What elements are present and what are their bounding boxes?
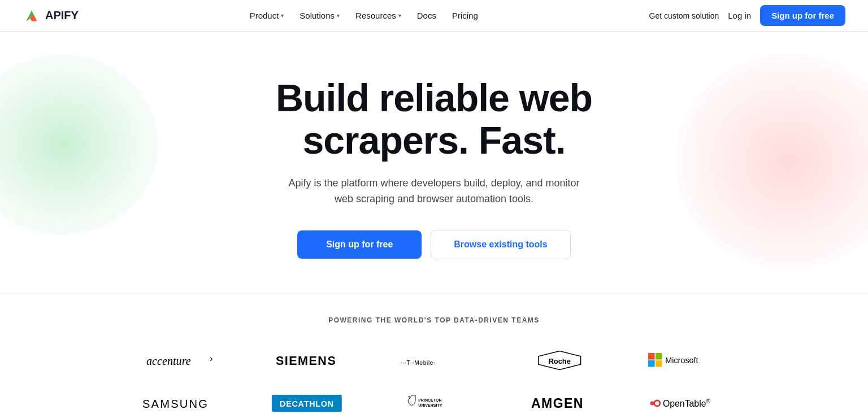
- nav-right: Get custom solution Log in Sign up for f…: [649, 5, 845, 26]
- hero-subtitle: Apify is the platform where developers b…: [287, 175, 581, 208]
- hero-title: Build reliable web scrapers. Fast.: [11, 77, 857, 162]
- nav-product[interactable]: Product ▾: [243, 6, 291, 25]
- svg-text:SIEMENS: SIEMENS: [276, 354, 336, 368]
- logo-tmobile: ···T··Mobile·: [374, 345, 494, 376]
- hero-section: Build reliable web scrapers. Fast. Apify…: [0, 32, 868, 293]
- svg-text:AMGEN: AMGEN: [531, 396, 584, 411]
- logo-opentable: OpenTable®: [625, 387, 745, 414]
- logo-samsung: SAMSUNG: [123, 387, 243, 414]
- svg-text:⚜: ⚜: [408, 395, 410, 398]
- nav-pricing[interactable]: Pricing: [445, 6, 485, 25]
- svg-text:Roche: Roche: [548, 357, 571, 365]
- logos-heading: POWERING THE WORLD'S TOP DATA-DRIVEN TEA…: [23, 316, 845, 324]
- svg-rect-7: [648, 353, 655, 360]
- svg-text:Microsoft: Microsoft: [665, 356, 698, 365]
- navbar: APIFY Product ▾ Solutions ▾ Resources ▾ …: [0, 0, 868, 32]
- logo-amgen: AMGEN: [500, 387, 619, 414]
- svg-text:accenture: accenture: [146, 355, 191, 367]
- svg-text:···T··Mobile·: ···T··Mobile·: [401, 360, 436, 366]
- svg-rect-8: [656, 353, 662, 360]
- svg-text:OpenTable®: OpenTable®: [663, 398, 711, 408]
- svg-point-21: [655, 402, 659, 406]
- hero-browse-button[interactable]: Browse existing tools: [431, 230, 570, 259]
- logo-text: APIFY: [45, 9, 79, 22]
- svg-text:UNIVERSITY: UNIVERSITY: [418, 403, 442, 407]
- logos-section: POWERING THE WORLD'S TOP DATA-DRIVEN TEA…: [0, 293, 868, 414]
- svg-text:DECATHLON: DECATHLON: [280, 399, 334, 408]
- logo-roche: Roche: [500, 345, 619, 376]
- svg-text:SAMSUNG: SAMSUNG: [142, 398, 209, 410]
- svg-rect-10: [656, 360, 662, 367]
- nav-resources[interactable]: Resources ▾: [349, 6, 408, 25]
- svg-text:›: ›: [210, 354, 212, 363]
- login-link[interactable]: Log in: [728, 11, 751, 20]
- logo-accenture: accenture ›: [123, 345, 243, 376]
- resources-chevron-icon: ▾: [398, 12, 401, 19]
- hero-signup-button[interactable]: Sign up for free: [297, 230, 422, 259]
- logo-microsoft: Microsoft: [625, 345, 745, 376]
- solutions-chevron-icon: ▾: [337, 12, 340, 19]
- apify-logo-icon: [23, 7, 41, 25]
- hero-buttons: Sign up for free Browse existing tools: [11, 230, 857, 259]
- logo-decathlon: DECATHLON: [249, 387, 368, 414]
- nav-solutions[interactable]: Solutions ▾: [293, 6, 346, 25]
- svg-rect-9: [648, 360, 655, 367]
- logo-princeton: ⚜ PRINCETON UNIVERSITY: [374, 387, 494, 414]
- nav-docs[interactable]: Docs: [410, 6, 443, 25]
- nav-signup-button[interactable]: Sign up for free: [760, 5, 845, 26]
- logos-grid: accenture › SIEMENS ···T··Mobile· Roche: [123, 345, 745, 414]
- custom-solution-link[interactable]: Get custom solution: [649, 11, 719, 20]
- product-chevron-icon: ▾: [281, 12, 284, 19]
- nav-links: Product ▾ Solutions ▾ Resources ▾ Docs P…: [243, 6, 485, 25]
- logo[interactable]: APIFY: [23, 7, 79, 25]
- hero-content: Build reliable web scrapers. Fast. Apify…: [11, 77, 857, 259]
- logo-siemens: SIEMENS: [249, 345, 368, 376]
- svg-text:PRINCETON: PRINCETON: [418, 399, 441, 403]
